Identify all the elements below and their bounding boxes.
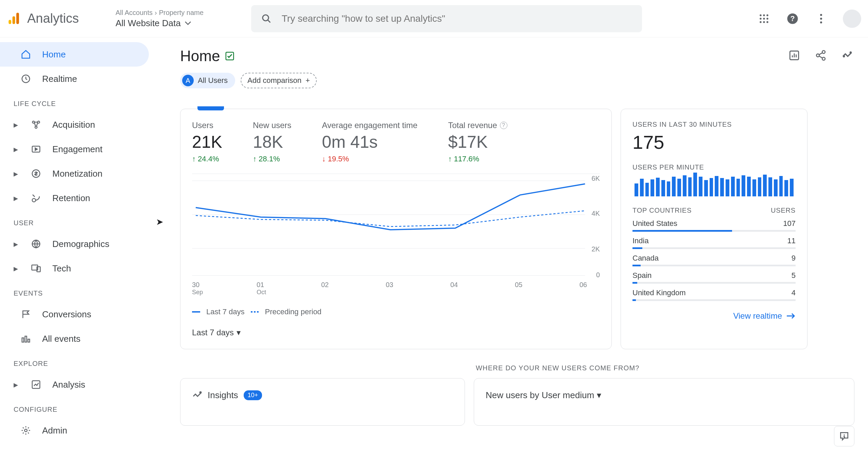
- minute-bar: [768, 177, 772, 196]
- sidebar-item-label: Admin: [42, 425, 67, 436]
- sidebar-item-conversions[interactable]: Conversions: [0, 302, 149, 326]
- dropdown-icon: ▾: [597, 390, 601, 401]
- svg-rect-0: [8, 20, 11, 24]
- country-users: 9: [792, 254, 796, 263]
- svg-point-3: [263, 15, 269, 21]
- sidebar-item-admin[interactable]: Admin: [0, 418, 149, 443]
- country-name: Canada: [632, 254, 659, 263]
- metric-label: Total revenue ?: [448, 121, 507, 130]
- metric-average-engagement-time[interactable]: Average engagement time 0m 41s ↓ 19.5%: [322, 121, 417, 163]
- sidebar-item-home[interactable]: Home: [0, 42, 149, 67]
- country-users: 107: [783, 219, 796, 228]
- metric-label: Users: [192, 121, 222, 130]
- sidebar-item-label: Demographics: [52, 239, 109, 249]
- sidebar-item-monetization[interactable]: ▸ Monetization: [0, 161, 149, 186]
- property-main[interactable]: All Website Data: [116, 18, 204, 29]
- sidebar-item-realtime[interactable]: Realtime: [0, 67, 149, 91]
- svg-point-16: [820, 14, 822, 16]
- svg-point-25: [32, 198, 36, 202]
- view-realtime-link[interactable]: View realtime: [632, 311, 796, 321]
- metric-users[interactable]: Users 21K ↑ 24.4%: [192, 121, 222, 163]
- minute-bar: [779, 176, 783, 196]
- minute-bar: [726, 179, 729, 196]
- sidebar-item-label: Conversions: [42, 309, 91, 320]
- feedback-button[interactable]: [834, 426, 854, 446]
- sidebar-item-acquisition[interactable]: ▸ Acquisition: [0, 112, 149, 137]
- legend-prev: Preceding period: [265, 307, 322, 316]
- svg-point-9: [763, 18, 765, 20]
- property-selector[interactable]: All Accounts › Property name All Website…: [116, 9, 204, 29]
- sidebar-item-all-events[interactable]: All events: [0, 326, 149, 351]
- y-tick: 6K: [592, 175, 600, 182]
- minute-bar: [650, 179, 654, 196]
- analysis-icon: [30, 378, 42, 391]
- minute-bar: [720, 178, 724, 196]
- date-range-label: Last 7 days: [192, 328, 234, 337]
- plus-icon: +: [306, 76, 310, 85]
- metric-total-revenue[interactable]: Total revenue ? $17K ↑ 117.6%: [448, 121, 507, 163]
- svg-rect-30: [25, 336, 27, 342]
- x-tick: 03: [386, 281, 403, 296]
- country-name: Spain: [632, 271, 652, 280]
- sidebar-item-engagement[interactable]: ▸ Engagement: [0, 137, 149, 161]
- search-box[interactable]: [251, 5, 642, 32]
- country-row: Canada 9: [632, 249, 796, 265]
- verified-icon: [225, 51, 235, 61]
- globe-icon: [30, 238, 42, 250]
- page-actions: [788, 50, 854, 63]
- sidebar-item-retention[interactable]: ▸ Retention: [0, 186, 149, 210]
- user-medium-dropdown[interactable]: New users by User medium ▾: [486, 390, 843, 401]
- svg-point-12: [763, 21, 765, 23]
- search-input[interactable]: [282, 13, 632, 24]
- sidebar-item-demographics[interactable]: ▸ Demographics: [0, 232, 149, 256]
- chevron-right-icon: ▸: [14, 193, 20, 204]
- overview-card: Users 21K ↑ 24.4% New users 18K ↑ 28.1% …: [180, 109, 612, 349]
- apps-icon[interactable]: [757, 12, 771, 25]
- minute-bar: [635, 183, 638, 196]
- svg-point-5: [760, 14, 762, 16]
- svg-point-39: [850, 52, 851, 53]
- search-wrap: [251, 5, 642, 32]
- realtime-heading: USERS IN LAST 30 MINUTES: [632, 121, 796, 128]
- metric-value: 18K: [253, 132, 291, 152]
- x-tick: 30Sep: [192, 281, 209, 296]
- acquisition-icon: [30, 119, 42, 131]
- metric-delta: ↑ 28.1%: [253, 155, 291, 163]
- more-icon[interactable]: [814, 12, 828, 25]
- minute-bar: [661, 180, 665, 196]
- legend-current: Last 7 days: [206, 307, 245, 316]
- date-range-dropdown[interactable]: Last 7 days ▾: [192, 328, 600, 337]
- sidebar-item-analysis[interactable]: ▸ Analysis: [0, 372, 149, 397]
- svg-rect-1: [13, 16, 15, 24]
- svg-point-22: [35, 126, 37, 128]
- svg-point-38: [822, 57, 825, 60]
- chevron-right-icon: ▸: [14, 169, 20, 179]
- minute-bar: [677, 179, 681, 196]
- add-comparison-button[interactable]: Add comparison +: [241, 73, 317, 88]
- svg-point-18: [820, 21, 822, 23]
- customize-icon[interactable]: [788, 50, 801, 63]
- avatar[interactable]: [843, 10, 861, 28]
- y-tick: 0: [596, 271, 600, 279]
- property-label: All Website Data: [116, 18, 181, 29]
- country-bar: [632, 247, 796, 249]
- chip-all-users[interactable]: A All Users: [180, 73, 235, 88]
- insights-icon[interactable]: [841, 50, 854, 63]
- minute-bar: [710, 178, 713, 196]
- help-icon[interactable]: ?: [500, 122, 507, 129]
- monetization-icon: [30, 167, 42, 180]
- minute-bar: [656, 178, 660, 196]
- dropdown-icon: [185, 21, 191, 25]
- country-users: 4: [792, 288, 796, 297]
- metrics-row: Users 21K ↑ 24.4% New users 18K ↑ 28.1% …: [192, 121, 600, 163]
- sidebar-item-tech[interactable]: ▸ Tech: [0, 256, 149, 281]
- legend-solid-icon: [192, 311, 200, 313]
- help-icon[interactable]: ?: [786, 12, 799, 25]
- svg-point-8: [760, 18, 762, 20]
- share-icon[interactable]: [815, 50, 828, 63]
- x-tick: 01Oct: [257, 281, 274, 296]
- countries-header: TOP COUNTRIES USERS: [632, 207, 796, 214]
- metric-new-users[interactable]: New users 18K ↑ 28.1%: [253, 121, 291, 163]
- users-per-minute-chart: [632, 174, 796, 196]
- minute-bar: [699, 177, 702, 196]
